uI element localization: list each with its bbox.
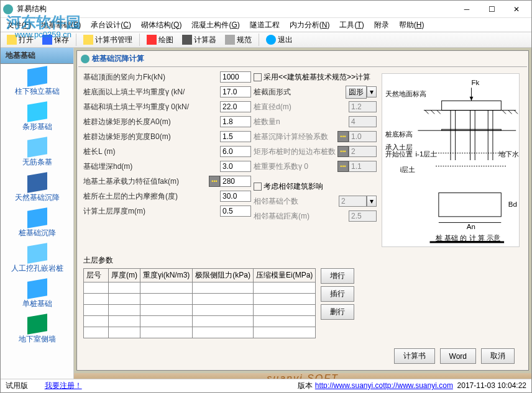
use-code-checkbox[interactable] bbox=[254, 73, 262, 81]
field-label-0: 基础顶面的竖向力Fk(kN) bbox=[83, 72, 220, 83]
field-label-7: 地基土基承载力特征值fak(m) bbox=[83, 176, 208, 187]
menu-cap[interactable]: 承台设计(C) bbox=[87, 19, 135, 32]
field-input-6[interactable] bbox=[220, 161, 251, 172]
draw-button[interactable]: 绘图 bbox=[143, 34, 177, 47]
open-button[interactable]: 打开 bbox=[3, 34, 37, 47]
pencil-icon bbox=[147, 35, 157, 45]
svg-marker-2 bbox=[470, 97, 474, 101]
svg-line-8 bbox=[437, 111, 441, 114]
statusbar: 试用版 我要注册！ 版本 http://www.suanyi.cottp://w… bbox=[1, 379, 531, 392]
field-input-3[interactable] bbox=[220, 116, 251, 127]
cube2-icon bbox=[27, 243, 47, 264]
dd-button[interactable]: ••• bbox=[337, 131, 349, 142]
sidebar-item-2[interactable]: 无筋条基 bbox=[1, 135, 73, 170]
cancel-button[interactable]: 取消 bbox=[481, 348, 515, 364]
field-label-4: 桩群边缘矩形的宽度B0(m) bbox=[83, 132, 220, 142]
menu-concrete[interactable]: 混凝土构件(G) bbox=[188, 19, 243, 32]
spec-button[interactable]: 规范 bbox=[221, 34, 255, 47]
shape-dropdown[interactable]: ▾ bbox=[367, 86, 377, 97]
field-label-2: 基础和填土填土平均重度γ 0(kN/ bbox=[83, 102, 220, 112]
svg-text:承入土层: 承入土层 bbox=[385, 143, 413, 151]
close-button[interactable]: ✕ bbox=[504, 1, 529, 17]
mid-input-2 bbox=[349, 116, 377, 127]
titlebar: 算易结构 ─ ☐ ✕ bbox=[1, 1, 531, 18]
bar-icon bbox=[27, 137, 47, 158]
sidebar-item-6[interactable]: 单桩基础 bbox=[1, 276, 73, 312]
svg-text:Fk: Fk bbox=[471, 79, 479, 86]
field-input-8[interactable] bbox=[220, 191, 251, 202]
neighbor-checkbox[interactable] bbox=[254, 183, 262, 191]
dd-button[interactable]: ••• bbox=[337, 161, 349, 172]
book-icon bbox=[225, 35, 235, 45]
table-header: 重度γi(kN/m3) bbox=[140, 269, 193, 282]
dd-button[interactable]: ••• bbox=[209, 176, 220, 187]
stack-icon bbox=[27, 101, 47, 122]
calc-report-button[interactable]: 计算书 bbox=[394, 348, 435, 364]
field-input-2[interactable] bbox=[220, 101, 251, 112]
sidebar-item-4[interactable]: 桩基础沉降 bbox=[1, 206, 73, 241]
field-input-9[interactable] bbox=[220, 206, 251, 217]
svg-line-6 bbox=[425, 111, 429, 114]
field-label-6: 基础埋深hd(m) bbox=[83, 161, 220, 172]
field-label-1: 桩底面以上填土平均重度γ (kN/ bbox=[83, 87, 220, 97]
sidebar-item-7[interactable]: 地下室侧墙 bbox=[1, 312, 73, 347]
menu-force[interactable]: 内力分析(N) bbox=[286, 19, 334, 32]
minimize-button[interactable]: ─ bbox=[454, 1, 479, 17]
field-input-0[interactable] bbox=[220, 71, 251, 83]
field-label-5: 桩长L (m) bbox=[83, 147, 220, 157]
svg-text:桩 基础 的 计 算 示意: 桩 基础 的 计 算 示意 bbox=[435, 234, 500, 242]
save-button[interactable]: 保存 bbox=[39, 34, 73, 47]
url2-link[interactable]: ttp://www.suanyi.com bbox=[383, 381, 453, 390]
exit-button[interactable]: 退出 bbox=[262, 34, 296, 47]
toolbar: 打开 保存 计算书管理 绘图 计算器 规范 退出 bbox=[1, 32, 531, 48]
field-input-4[interactable] bbox=[220, 131, 251, 142]
maximize-button[interactable]: ☐ bbox=[479, 1, 504, 17]
doc-gear-icon bbox=[83, 35, 93, 45]
diagram: Fk 天然地面标高 桩底标高 bbox=[379, 71, 522, 251]
dd-button[interactable]: ••• bbox=[337, 146, 349, 157]
disc-icon bbox=[27, 207, 47, 228]
sidebar-item-0[interactable]: 柱下独立基础 bbox=[1, 64, 73, 99]
neighbor-label: 考虑相邻建筑影响 bbox=[264, 181, 323, 192]
banner: suanyi.SOFT bbox=[74, 373, 531, 379]
svg-text:桩底标高: 桩底标高 bbox=[385, 130, 413, 138]
mid2-input-1 bbox=[349, 210, 377, 222]
app-icon bbox=[3, 4, 13, 14]
add-row-button[interactable]: 增行 bbox=[321, 268, 354, 284]
svg-text:An: An bbox=[467, 223, 475, 230]
insert-row-button[interactable]: 插行 bbox=[321, 286, 354, 302]
menu-appendix[interactable]: 附录 bbox=[370, 19, 393, 32]
shape-select[interactable]: 圆形 bbox=[346, 86, 367, 99]
sidebar-tab[interactable]: 地基基础 bbox=[1, 48, 73, 64]
doc-icon bbox=[27, 172, 47, 193]
mid-input-4 bbox=[349, 146, 377, 157]
menu-file[interactable]: 文件(F) bbox=[3, 19, 35, 32]
field-input-1[interactable] bbox=[220, 86, 251, 97]
url1-link[interactable]: http://www.suanyi.co bbox=[315, 381, 383, 390]
sidebar-item-5[interactable]: 人工挖孔嵌岩桩 bbox=[1, 241, 73, 276]
status-time: 2017-11-03 10:04:22 bbox=[457, 381, 526, 390]
menu-tools[interactable]: 工具(T) bbox=[336, 19, 367, 32]
menu-tunnel[interactable]: 隧道工程 bbox=[246, 19, 283, 32]
menu-masonry[interactable]: 砌体结构(Q) bbox=[137, 19, 185, 32]
calc-button[interactable]: 计算器 bbox=[178, 34, 220, 47]
mid-input-5 bbox=[349, 161, 377, 172]
menu-help[interactable]: 帮助(H) bbox=[395, 19, 428, 32]
cube-icon bbox=[27, 66, 47, 87]
manage-button[interactable]: 计算书管理 bbox=[80, 34, 136, 47]
register-link[interactable]: 我要注册！ bbox=[45, 381, 82, 390]
delete-row-button[interactable]: 删行 bbox=[321, 304, 354, 320]
field-input-7[interactable] bbox=[220, 176, 251, 187]
soil-table[interactable]: 层号厚度(m)重度γi(kN/m3)极限侧阻力(kPa)压缩模量Ei(MPa) bbox=[83, 268, 316, 338]
svg-text:天然地面标高: 天然地面标高 bbox=[385, 90, 426, 97]
menu-foundation[interactable]: 地基基础(B) bbox=[37, 19, 85, 32]
sidebar-item-1[interactable]: 条形基础 bbox=[1, 99, 73, 135]
table-header: 压缩模量Ei(MPa) bbox=[254, 269, 316, 282]
cube3-icon bbox=[27, 278, 47, 299]
sidebar-item-3[interactable]: 天然基础沉降 bbox=[1, 170, 73, 206]
word-button[interactable]: Word bbox=[440, 348, 476, 364]
svg-line-10 bbox=[508, 111, 512, 114]
field-input-5[interactable] bbox=[220, 146, 251, 157]
table-title: 土层参数 bbox=[83, 255, 522, 266]
sidebar: 地基基础 柱下独立基础 条形基础 无筋条基 天然基础沉降 桩基础沉降 人工挖孔嵌… bbox=[1, 48, 74, 379]
